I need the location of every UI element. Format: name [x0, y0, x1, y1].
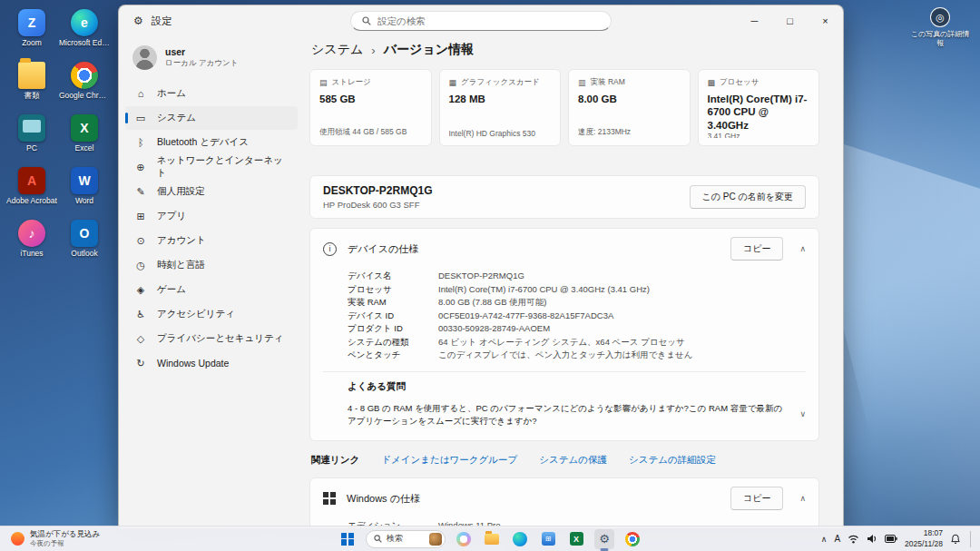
sidebar-item-system[interactable]: ▭ システム: [125, 106, 298, 130]
edge-icon: e: [71, 9, 98, 36]
maximize-button[interactable]: □: [772, 5, 808, 36]
stat-footer: 速度: 2133MHz: [578, 127, 681, 138]
chevron-up-icon[interactable]: ∧: [799, 494, 806, 503]
chrome-icon: [71, 62, 98, 89]
sidebar-item-home[interactable]: ⌂ ホーム: [125, 82, 298, 105]
sidebar-item-gaming[interactable]: ◈ ゲーム: [125, 278, 298, 301]
copy-windows-specs-button[interactable]: コピー: [730, 487, 783, 510]
device-specs-title: デバイスの仕様: [348, 242, 418, 256]
stat-value: 585 GB: [319, 93, 422, 105]
taskbar-search-box[interactable]: 検索: [366, 530, 446, 548]
taskbar-store-button[interactable]: ⊞: [538, 529, 558, 549]
taskbar-excel-button[interactable]: X: [566, 529, 586, 549]
storage-icon: ▤: [319, 78, 328, 87]
sidebar-item-label: ネットワークとインターネット: [157, 154, 289, 180]
desktop-icon-folder[interactable]: 書類: [5, 58, 58, 111]
device-name-card: DESKTOP-P2RMQ1G HP ProDesk 600 G3 SFF この…: [309, 175, 819, 219]
sidebar-item-accounts[interactable]: ⊙ アカウント: [125, 229, 298, 252]
stat-card-cpu: ▩プロセッサ Intel(R) Core(TM) i7-6700 CPU @ 3…: [698, 69, 820, 146]
spec-row: デバイス名 DESKTOP-P2RMQ1G: [348, 270, 806, 283]
desktop-icon-label: Adobe Acrobat: [6, 197, 57, 206]
taskbar-settings-button[interactable]: ⚙: [594, 529, 614, 549]
faq-title: よくある質問: [348, 380, 806, 393]
desktop-icon-label: Microsoft Edge: [59, 39, 110, 48]
desktop-icon-label: Excel: [59, 144, 110, 153]
ime-indicator[interactable]: A: [834, 534, 840, 544]
sidebar-item-network[interactable]: ⊕ ネットワークとインターネット: [125, 155, 298, 179]
minimize-button[interactable]: ─: [737, 5, 772, 36]
stat-value: 128 MB: [449, 93, 552, 105]
sidebar-item-personalization[interactable]: ✎ 個人用設定: [125, 180, 298, 203]
weather-subtext: 今夜の予報: [30, 539, 100, 548]
desktop-icon-word[interactable]: W Word: [58, 163, 111, 216]
sidebar-item-time-language[interactable]: ◷ 時刻と言語: [125, 253, 298, 277]
cpu-icon: ▩: [708, 78, 716, 87]
ram-icon: ▥: [578, 78, 586, 87]
apps-icon: ⊞: [134, 211, 147, 222]
sidebar-item-privacy[interactable]: ◇ プライバシーとセキュリティ: [125, 327, 298, 350]
spec-value: 64 ビット オペレーティング システム、x64 ベース プロセッサ: [438, 336, 685, 349]
rename-pc-button[interactable]: この PC の名前を変更: [690, 185, 806, 209]
wifi-icon[interactable]: [848, 534, 859, 544]
windows-specs-header[interactable]: Windows の仕様 コピー ∧: [310, 478, 818, 518]
copy-device-specs-button[interactable]: コピー: [730, 237, 783, 261]
taskbar-clock[interactable]: 18:07 2025/11/28: [905, 528, 943, 548]
zoom-icon: Z: [18, 9, 45, 36]
link-domain-workgroup[interactable]: ドメインまたはワークグループ: [381, 454, 517, 467]
desktop-icon-acrobat[interactable]: A Adobe Acrobat: [5, 163, 58, 216]
settings-search-input[interactable]: [377, 15, 600, 26]
battery-icon[interactable]: [885, 535, 897, 543]
sidebar-item-apps[interactable]: ⊞ アプリ: [125, 204, 298, 228]
spec-label: システムの種類: [348, 336, 438, 349]
faq-question-row[interactable]: 4 - 8 GB の RAM を使用すると、PC のパフォーマンスにどのような影…: [348, 400, 806, 430]
stat-card-gpu: ▦グラフィックスカード 128 MB Intel(R) HD Graphics …: [439, 69, 562, 146]
desktop-icon-pc[interactable]: PC: [5, 111, 58, 163]
desktop-icon-zoom[interactable]: Z Zoom: [5, 5, 58, 58]
spec-value: Intel(R) Core(TM) i7-6700 CPU @ 3.40GHz …: [438, 283, 650, 297]
desktop-icon-edge[interactable]: e Microsoft Edge: [58, 5, 111, 58]
link-system-protection[interactable]: システムの保護: [539, 454, 607, 467]
settings-search-box[interactable]: [350, 11, 612, 31]
spec-row: デバイス ID 0CF5E019-A742-477F-9368-82A15F7A…: [348, 310, 806, 323]
breadcrumb-system[interactable]: システム: [311, 42, 363, 58]
spotlight-widget[interactable]: ◎ この写真の詳細情報: [907, 7, 973, 47]
search-highlight-image: [429, 533, 442, 546]
file-explorer-icon: [485, 534, 499, 545]
spec-label: ペンとタッチ: [348, 349, 438, 362]
desktop-icon-label: Google Chrome: [59, 92, 110, 101]
taskbar-edge-button[interactable]: [510, 529, 530, 549]
desktop-icon-chrome[interactable]: Google Chrome: [58, 58, 111, 111]
sidebar-item-bluetooth-devices[interactable]: ᛒ Bluetooth とデバイス: [125, 131, 298, 154]
divider: [323, 371, 806, 372]
show-desktop-button[interactable]: [970, 531, 973, 547]
accounts-icon: ⊙: [134, 235, 147, 247]
desktop-icon-label: iTunes: [6, 250, 57, 259]
sidebar-item-accessibility[interactable]: ♿ アクセシビリティ: [125, 302, 298, 326]
sidebar-item-windows-update[interactable]: ↻ Windows Update: [125, 351, 298, 375]
chevron-up-icon[interactable]: ∧: [799, 244, 806, 253]
close-button[interactable]: ×: [808, 5, 843, 36]
desktop-icon-outlook[interactable]: O Outlook: [58, 216, 111, 269]
notification-bell-icon[interactable]: [950, 534, 961, 545]
spec-value: 00330-50928-28749-AAOEM: [438, 322, 550, 336]
taskbar-chrome-button[interactable]: [622, 529, 642, 549]
weather-widget-button[interactable]: 気温が下がる見込み 今夜の予報: [4, 528, 107, 549]
sidebar-nav: ⌂ ホーム ▭ システム ᛒ Bluetooth とデバイス ⊕ ネットワークと…: [125, 82, 298, 375]
account-card[interactable]: user ローカル アカウント: [125, 38, 298, 82]
desktop-icon-itunes[interactable]: ♪ iTunes: [5, 216, 58, 269]
desktop-icon-excel[interactable]: X Excel: [58, 111, 111, 163]
windows-specs-title: Windows の仕様: [347, 492, 420, 506]
link-advanced-system-settings[interactable]: システムの詳細設定: [629, 454, 716, 467]
volume-icon[interactable]: [867, 534, 877, 544]
device-specs-header[interactable]: i デバイスの仕様 コピー ∧: [310, 229, 818, 269]
stat-label: 実装 RAM: [591, 77, 625, 88]
start-button[interactable]: [338, 529, 358, 549]
desktop-icon-label: Outlook: [59, 250, 110, 259]
store-icon: ⊞: [542, 532, 555, 546]
taskbar-file-explorer-button[interactable]: [482, 529, 502, 549]
stat-footer: Intel(R) HD Graphics 530: [449, 129, 552, 138]
taskbar-copilot-button[interactable]: [454, 529, 474, 549]
spec-row: プロセッサ Intel(R) Core(TM) i7-6700 CPU @ 3.…: [348, 283, 806, 297]
avatar: [132, 45, 157, 70]
tray-overflow-chevron-icon[interactable]: ∧: [821, 535, 828, 544]
